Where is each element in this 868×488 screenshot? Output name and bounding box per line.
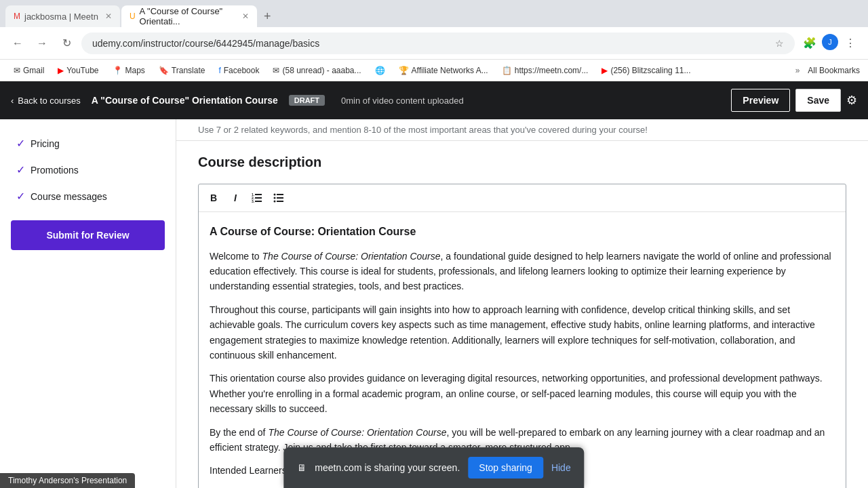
tab-favicon-udemy: U (130, 12, 136, 21)
bookmark-meetn-label: https://meetn.com/... (515, 66, 589, 75)
bookmarks-more[interactable]: » (795, 66, 800, 75)
header-actions: Preview Save ⚙ (731, 89, 857, 112)
bookmark-affiliate-label: Affiliate Networks A... (412, 66, 488, 75)
new-tab-button[interactable]: + (258, 9, 277, 24)
editor-content[interactable]: A Course of Course: Orientation Course W… (199, 212, 846, 488)
editor-container: B I 1. 2. 3. (198, 184, 846, 488)
sidebar-item-pricing[interactable]: ✓ Pricing (11, 130, 165, 157)
avatar: J (822, 34, 838, 50)
back-button[interactable]: ← (8, 34, 27, 53)
tab-udemy[interactable]: U A "Course of Course" Orientati... ✕ (121, 5, 257, 27)
main-layout: ✓ Pricing ✓ Promotions ✓ Course messages… (0, 119, 868, 488)
tab-close-udemy[interactable]: ✕ (242, 12, 249, 21)
svg-rect-8 (277, 201, 283, 202)
affiliate-icon: 🏆 (399, 66, 409, 75)
bookmark-blitzscaling[interactable]: ▶ (256) Blitzscaling 11... (596, 64, 696, 77)
bold-button[interactable]: B (204, 188, 223, 207)
italic-button[interactable]: I (226, 188, 245, 207)
bookmark-translate-label: Translate (172, 66, 205, 75)
misc-icon: 🌐 (375, 66, 385, 75)
unordered-list-button[interactable] (269, 188, 288, 207)
tab-title-meetn: jackbosma | Meetn (24, 12, 98, 22)
nav-actions: 🧩 J ⋮ (800, 34, 860, 53)
nav-bar: ← → ↻ udemy.com/instructor/course/644294… (0, 27, 868, 60)
sidebar-item-promotions[interactable]: ✓ Promotions (11, 157, 165, 183)
svg-point-9 (274, 194, 276, 196)
sidebar-item-course-messages[interactable]: ✓ Course messages (11, 183, 165, 209)
maps-icon: 📍 (113, 66, 123, 75)
svg-point-10 (274, 197, 276, 199)
address-text: udemy.com/instructor/course/6442945/mana… (92, 38, 770, 49)
bookmark-gmail-label: Gmail (23, 66, 44, 75)
editor-toolbar: B I 1. 2. 3. (199, 184, 846, 212)
refresh-button[interactable]: ↻ (57, 34, 76, 53)
bookmark-misc[interactable]: 🌐 (370, 64, 391, 77)
email-icon: ✉ (273, 66, 279, 75)
editor-paragraph-3: This orientation course also provides gu… (210, 371, 835, 416)
bookmark-translate[interactable]: 🔖 Translate (153, 64, 211, 77)
bookmarks-bar: ✉ Gmail ▶ YouTube 📍 Maps 🔖 Translate f F… (0, 60, 868, 81)
screen-share-message: meetn.com is sharing your screen. (315, 462, 460, 473)
sidebar-item-pricing-label: Pricing (31, 138, 60, 149)
sidebar: ✓ Pricing ✓ Promotions ✓ Course messages… (0, 119, 176, 488)
bookmark-email-label: (58 unread) - aaaba... (282, 66, 361, 75)
hint-text: Use 7 or 2 related keywords, and mention… (176, 119, 868, 141)
promotions-check-icon: ✓ (16, 163, 25, 176)
status-text: Timothy Anderson's Presentation (8, 476, 127, 485)
sidebar-item-course-messages-label: Course messages (31, 191, 107, 202)
bookmark-youtube-label: YouTube (66, 66, 98, 75)
tab-meetn[interactable]: M jackbosma | Meetn ✕ (5, 5, 120, 27)
bookmark-meetn[interactable]: 📋 https://meetn.com/... (496, 64, 594, 77)
bookmark-blitzscaling-label: (256) Blitzscaling 11... (610, 66, 690, 75)
svg-rect-2 (255, 201, 262, 202)
tab-bar: M jackbosma | Meetn ✕ U A "Course of Cou… (0, 0, 868, 27)
bookmark-youtube[interactable]: ▶ YouTube (52, 64, 104, 77)
tab-title-udemy: A "Course of Course" Orientati... (140, 6, 235, 26)
ordered-list-button[interactable]: 1. 2. 3. (248, 188, 267, 207)
extensions-button[interactable]: 🧩 (800, 34, 819, 53)
editor-paragraph-1: Welcome to The Course of Course: Orienta… (210, 249, 835, 294)
youtube-icon: ▶ (58, 66, 64, 75)
svg-rect-0 (255, 194, 262, 195)
screen-share-icon: 🖥 (297, 462, 307, 473)
bookmark-facebook[interactable]: f Facebook (213, 64, 264, 77)
submit-for-review-button[interactable]: Submit for Review (11, 220, 165, 250)
hide-button[interactable]: Hide (551, 462, 571, 473)
bookmark-affiliate[interactable]: 🏆 Affiliate Networks A... (393, 64, 494, 77)
settings-button[interactable]: ⚙ (846, 93, 857, 108)
sidebar-item-promotions-label: Promotions (31, 165, 79, 176)
back-to-courses-link[interactable]: ‹ Back to courses (11, 96, 81, 106)
bookmark-facebook-label: Facebook (224, 66, 260, 75)
facebook-icon: f (218, 66, 220, 75)
tab-close-meetn[interactable]: ✕ (105, 12, 112, 21)
all-bookmarks-label[interactable]: All Bookmarks (808, 66, 860, 75)
screen-share-bar: 🖥 meetn.com is sharing your screen. Stop… (283, 447, 584, 488)
draft-badge: DRAFT (289, 95, 325, 106)
svg-rect-7 (277, 197, 283, 199)
menu-button[interactable]: ⋮ (841, 34, 860, 53)
status-bar: Timothy Anderson's Presentation (0, 473, 135, 488)
bookmark-email[interactable]: ✉ (58 unread) - aaaba... (267, 64, 366, 77)
forward-button[interactable]: → (33, 34, 52, 53)
bookmark-maps[interactable]: 📍 Maps (107, 64, 151, 77)
translate-icon: 🔖 (159, 66, 169, 75)
bookmark-gmail[interactable]: ✉ Gmail (8, 64, 50, 77)
svg-point-11 (274, 201, 276, 203)
editor-heading: A Course of Course: Orientation Course (210, 223, 835, 241)
back-arrow-icon: ‹ (11, 96, 14, 106)
tab-favicon-meetn: M (14, 12, 20, 21)
bookmark-star-icon[interactable]: ☆ (775, 38, 784, 49)
svg-rect-6 (277, 194, 283, 195)
back-to-courses-label: Back to courses (18, 96, 81, 106)
blitzscaling-icon: ▶ (601, 66, 608, 75)
content-area: Use 7 or 2 related keywords, and mention… (176, 119, 868, 488)
address-bar[interactable]: udemy.com/instructor/course/6442945/mana… (81, 33, 795, 54)
preview-button[interactable]: Preview (731, 89, 790, 112)
svg-text:3.: 3. (252, 199, 255, 203)
video-info: 0min of video content uploaded (341, 96, 464, 106)
udemy-header: ‹ Back to courses A "Course of Course" O… (0, 81, 868, 119)
save-button[interactable]: Save (795, 89, 841, 112)
svg-rect-1 (255, 197, 262, 199)
stop-sharing-button[interactable]: Stop sharing (468, 457, 543, 479)
gmail-icon: ✉ (14, 66, 20, 75)
